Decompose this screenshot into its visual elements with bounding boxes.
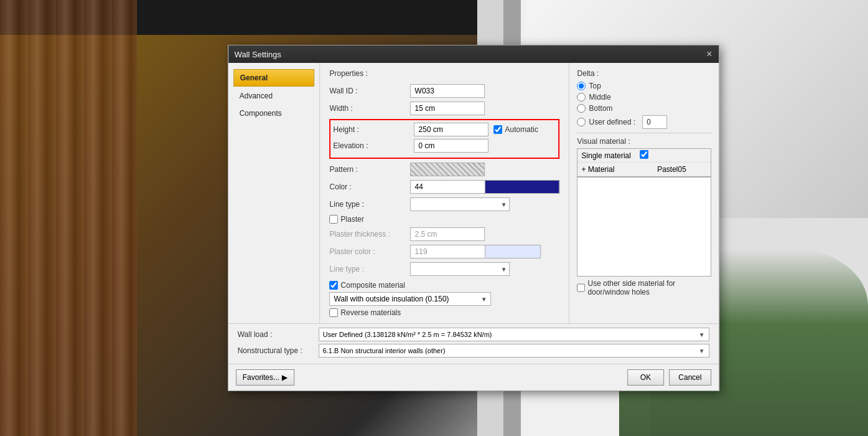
wall-load-dropdown[interactable]: User Defined (3.138128 kN/m² * 2.5 m = 7…: [319, 328, 709, 341]
composite-section: Composite material Wall with outside ins…: [330, 281, 560, 317]
delta-middle-label: Middle: [589, 93, 611, 102]
delta-radio-group: Top Middle Bottom User defined : 0: [577, 82, 711, 129]
height-value[interactable]: 250 cm: [414, 123, 489, 136]
composite-value: Wall with outside insulation (0.150): [334, 295, 449, 303]
favorites-arrow-icon: ▶: [282, 373, 287, 382]
material-area: [577, 177, 711, 277]
wall-load-row: Wall load : User Defined (3.138128 kN/m²…: [228, 328, 719, 341]
line-type-arrow-icon: ▼: [501, 201, 507, 208]
pattern-value[interactable]: [411, 163, 485, 176]
delta-bottom-radio[interactable]: [577, 104, 586, 113]
wood-panel-left: [0, 0, 137, 436]
delta-userdefined-label: User defined :: [589, 118, 636, 126]
footer-left: Favorites... ▶: [236, 369, 294, 386]
use-other-row: Use other side material for door/window …: [577, 279, 711, 296]
bottom-fields: Wall load : User Defined (3.138128 kN/m²…: [228, 323, 719, 364]
plaster-color-number: 119: [411, 245, 485, 258]
tab-general[interactable]: General: [233, 69, 315, 87]
delta-userdefined-radio[interactable]: [577, 118, 586, 126]
delta-top-radio[interactable]: [577, 82, 586, 90]
composite-material-checkbox[interactable]: [330, 281, 338, 290]
automatic-checkbox[interactable]: [494, 125, 503, 134]
dialog-footer: Favorites... ▶ OK Cancel: [228, 364, 719, 391]
reverse-materials-text: Reverse materials: [341, 308, 401, 317]
composite-material-label[interactable]: Composite material: [330, 281, 560, 290]
color-row: Color : 44: [330, 180, 560, 194]
wall-load-value: User Defined (3.138128 kN/m² * 2.5 m = 7…: [323, 331, 492, 338]
plaster-row: Plaster: [330, 215, 560, 224]
material-label: + Material: [578, 164, 635, 175]
line-type-dropdown[interactable]: ▼: [411, 197, 510, 211]
nonstructural-label: Nonstructural type :: [238, 346, 319, 355]
composite-arrow-icon: ▼: [481, 296, 487, 303]
right-panel: Delta : Top Middle Bottom: [569, 63, 719, 323]
plaster-checkbox-label[interactable]: Plaster: [330, 215, 364, 224]
wall-load-label: Wall load :: [238, 330, 319, 339]
dialog-overlay: Wall Settings × General Advanced Compone…: [228, 45, 719, 391]
dialog-body: General Advanced Components Properties :…: [228, 63, 719, 323]
material-row-material: + Material Pastel05: [578, 163, 711, 176]
automatic-checkbox-label[interactable]: Automatic: [494, 125, 538, 134]
dialog-title: Wall Settings: [235, 50, 281, 59]
material-table: Single material + Material Pastel05: [577, 148, 711, 177]
separator1: [577, 133, 711, 133]
plaster-thickness-row: Plaster thickness : 2.5 cm: [330, 227, 560, 241]
automatic-label: Automatic: [505, 125, 538, 134]
properties-row: Properties :: [330, 69, 560, 80]
material-single-checkbox[interactable]: [640, 150, 648, 159]
nonstructural-value: 6.1.B Non structural interior walls (oth…: [323, 347, 446, 354]
color-label: Color :: [330, 182, 411, 191]
composite-dropdown[interactable]: Wall with outside insulation (0.150) ▼: [330, 292, 492, 306]
delta-userdefined-value[interactable]: 0: [642, 115, 667, 129]
cancel-button[interactable]: Cancel: [669, 369, 711, 386]
delta-header: Delta :: [577, 69, 711, 78]
height-row: Height : 250 cm Automatic: [334, 123, 556, 136]
favorites-label: Favorites...: [243, 373, 279, 382]
width-value[interactable]: 15 cm: [411, 102, 485, 115]
delta-top-label: Top: [589, 82, 601, 90]
plaster-label: Plaster: [341, 215, 364, 224]
plaster-line-type-row: Line type : ▼: [330, 262, 560, 276]
wall-id-value[interactable]: W033: [411, 84, 485, 98]
main-content: Properties : Wall ID : W033 Width : 15 c…: [320, 63, 569, 323]
wall-load-arrow-icon: ▼: [699, 331, 705, 338]
delta-middle-radio[interactable]: [577, 93, 586, 102]
nonstructural-dropdown[interactable]: 6.1.B Non structural interior walls (oth…: [319, 344, 709, 358]
delta-bottom-row: Bottom: [577, 104, 711, 113]
color-number: 44: [411, 180, 485, 194]
delta-bottom-label: Bottom: [589, 104, 613, 113]
width-label: Width :: [330, 104, 411, 113]
dialog-titlebar: Wall Settings ×: [228, 45, 719, 63]
close-button[interactable]: ×: [706, 49, 712, 59]
plaster-color-row: Plaster color : 119: [330, 245, 560, 258]
plaster-line-dropdown-arrow-icon: ▼: [501, 266, 507, 273]
delta-userdefined-row: User defined : 0: [577, 115, 711, 129]
material-single-check[interactable]: [635, 149, 653, 162]
elevation-value[interactable]: 0 cm: [414, 139, 489, 153]
height-elevation-highlight: Height : 250 cm Automatic Elevation : 0 …: [330, 119, 560, 159]
elevation-row: Elevation : 0 cm: [334, 139, 556, 153]
reverse-materials-label[interactable]: Reverse materials: [330, 308, 560, 317]
properties-label: Properties :: [330, 69, 411, 78]
nonstructural-arrow-icon: ▼: [699, 348, 705, 354]
sidebar: General Advanced Components: [228, 63, 320, 323]
plaster-thickness-value: 2.5 cm: [411, 227, 485, 241]
tab-advanced[interactable]: Advanced: [233, 88, 315, 104]
material-row-single: Single material: [578, 149, 711, 163]
delta-top-row: Top: [577, 82, 711, 90]
tab-components[interactable]: Components: [233, 105, 315, 121]
width-row: Width : 15 cm: [330, 102, 560, 115]
elevation-label: Elevation :: [334, 141, 414, 150]
color-swatch[interactable]: [485, 180, 560, 194]
line-type-label: Line type :: [330, 200, 411, 209]
material-single-col2: [653, 154, 711, 157]
pattern-label: Pattern :: [330, 165, 411, 174]
delta-middle-row: Middle: [577, 93, 711, 102]
height-label: Height :: [334, 125, 414, 134]
ok-button[interactable]: OK: [627, 369, 664, 386]
use-other-checkbox[interactable]: [577, 283, 586, 292]
reverse-materials-checkbox[interactable]: [330, 308, 338, 317]
plaster-checkbox[interactable]: [330, 215, 338, 224]
wall-settings-dialog: Wall Settings × General Advanced Compone…: [228, 45, 719, 391]
favorites-button[interactable]: Favorites... ▶: [236, 369, 294, 386]
